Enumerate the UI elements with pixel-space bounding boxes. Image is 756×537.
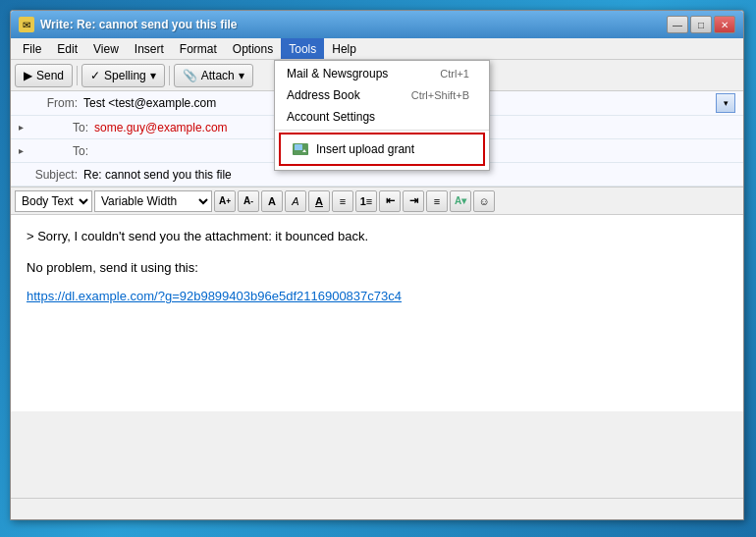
expand-arrow-2: ▸ (19, 145, 24, 156)
content-line2: No problem, send it using this: (27, 258, 728, 278)
menu-insert[interactable]: Insert (127, 38, 172, 59)
minimize-button[interactable]: — (667, 16, 688, 33)
app-icon: ✉ (19, 17, 34, 32)
to-label-2: To: (29, 144, 88, 158)
toolbar-separator-1 (77, 66, 78, 85)
numbered-list-button[interactable]: 1≡ (355, 190, 377, 212)
expand-arrow-1: ▸ (19, 122, 24, 133)
send-button[interactable]: ▶ Send (15, 64, 73, 87)
format-bar: Body Text Variable Width A+ A- A A A ≡ 1… (11, 188, 743, 215)
color-button[interactable]: A▾ (450, 190, 471, 212)
maximize-button[interactable]: □ (690, 16, 712, 33)
attach-button[interactable]: 📎 Attach ▾ (174, 64, 253, 87)
outdent-button[interactable]: ⇤ (379, 190, 401, 212)
menu-bar: File Edit View Insert Format Options Too… (11, 38, 743, 60)
underline-button[interactable]: A (308, 190, 330, 212)
spelling-button[interactable]: ✓ Spelling ▾ (81, 64, 165, 87)
to-label-1: To: (29, 121, 88, 134)
to-value-1[interactable]: some.guy@example.com (94, 121, 228, 134)
from-dropdown[interactable]: ▾ (716, 93, 735, 113)
status-bar (11, 498, 743, 519)
toolbar-separator-2 (169, 66, 170, 85)
compose-body[interactable]: > Sorry, I couldn't send you the attachm… (11, 215, 743, 411)
tools-menu-separator (275, 130, 489, 131)
bold-button[interactable]: A (261, 190, 283, 212)
font-select[interactable]: Variable Width (94, 190, 212, 212)
indent-button[interactable]: ⇥ (403, 190, 424, 212)
menu-file[interactable]: File (15, 38, 49, 59)
attach-icon: 📎 (183, 69, 197, 82)
align-button[interactable]: ≡ (426, 190, 448, 212)
style-select[interactable]: Body Text (15, 190, 92, 212)
menu-options[interactable]: Options (225, 38, 281, 59)
content-line1: > Sorry, I couldn't send you the attachm… (27, 227, 728, 246)
window-title: Write: Re: cannot send you this file (40, 18, 667, 31)
menu-format[interactable]: Format (172, 38, 225, 59)
menu-item-address-book[interactable]: Address Book Ctrl+Shift+B (275, 84, 489, 106)
spelling-icon: ✓ (90, 69, 100, 82)
menu-view[interactable]: View (85, 38, 127, 59)
bullet-list-button[interactable]: ≡ (332, 190, 353, 212)
window-controls: — □ ✕ (667, 16, 735, 33)
content-link[interactable]: https://dl.example.com/?g=92b9899403b96e… (27, 289, 402, 303)
font-size-down-button[interactable]: A- (238, 190, 259, 212)
svg-rect-1 (295, 144, 302, 150)
from-label: From: (19, 96, 78, 110)
send-icon: ▶ (24, 69, 32, 82)
plugin-item-wrapper: Insert upload grant (279, 133, 485, 166)
attach-dropdown-arrow[interactable]: ▾ (239, 69, 244, 82)
spelling-dropdown-arrow[interactable]: ▾ (150, 69, 156, 82)
tools-menu: Mail & Newsgroups Ctrl+1 Address Book Ct… (274, 60, 490, 171)
menu-help[interactable]: Help (324, 38, 364, 59)
font-size-up-button[interactable]: A+ (214, 190, 236, 212)
menu-item-mail-newsgroups[interactable]: Mail & Newsgroups Ctrl+1 (275, 63, 489, 84)
menu-item-account-settings[interactable]: Account Settings (275, 106, 489, 128)
menu-edit[interactable]: Edit (49, 38, 85, 59)
smiley-button[interactable]: ☺ (473, 190, 495, 212)
tools-dropdown: Mail & Newsgroups Ctrl+1 Address Book Ct… (274, 60, 490, 171)
title-bar: ✉ Write: Re: cannot send you this file —… (11, 11, 743, 38)
menu-tools[interactable]: Tools (281, 38, 324, 59)
subject-value[interactable]: Re: cannot send you this file (83, 168, 232, 182)
subject-label: Subject: (19, 168, 78, 182)
italic-button[interactable]: A (285, 190, 306, 212)
close-button[interactable]: ✕ (714, 16, 735, 33)
main-window: ✉ Write: Re: cannot send you this file —… (10, 10, 744, 520)
upload-grant-icon (293, 143, 308, 155)
insert-upload-grant-button[interactable]: Insert upload grant (285, 138, 479, 160)
